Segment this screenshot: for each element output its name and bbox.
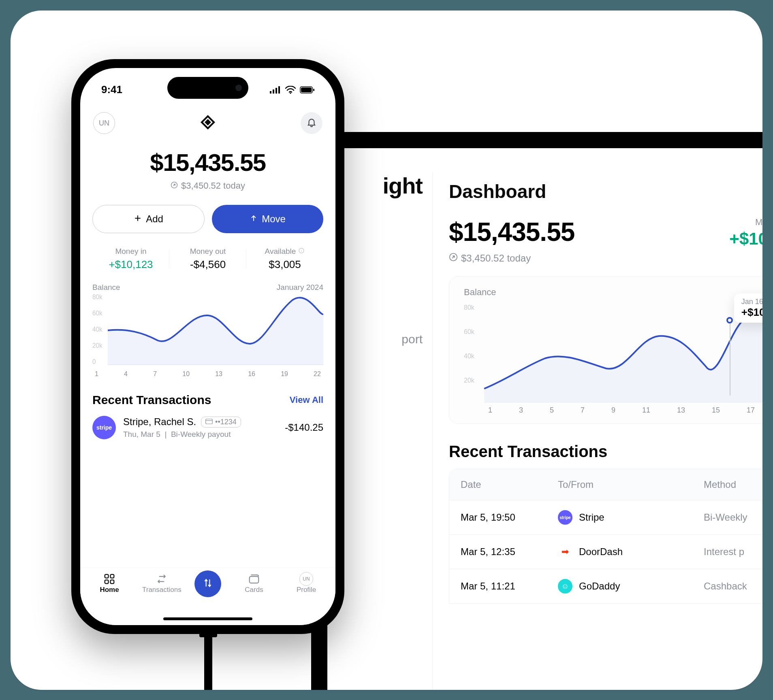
tx-date: Mar 5, 19:50: [461, 512, 558, 523]
tx-date: Mar 5, 11:21: [461, 581, 558, 592]
svg-text:0: 0: [92, 358, 96, 365]
chart-x-axis: 1 3 5 7 9 11 13 15 17 19: [464, 403, 762, 415]
svg-rect-11: [301, 87, 312, 92]
battery-icon: [300, 86, 314, 94]
notifications-button[interactable]: [301, 112, 322, 134]
view-all-link[interactable]: View All: [290, 395, 323, 405]
balance-today-text: $3,450.52 today: [461, 253, 531, 264]
page-title: Dashboard: [449, 181, 762, 202]
stripe-icon: stripe: [558, 510, 572, 525]
chart-point-marker: [726, 317, 733, 323]
tx-vendor-name: DoorDash: [579, 546, 623, 557]
move-button[interactable]: Move: [212, 205, 323, 233]
phone-cable: [204, 634, 212, 690]
godaddy-icon: ☺: [558, 579, 572, 594]
tab-bar: Home Transactions Cards UN Profile: [80, 568, 335, 625]
chart-period: January 2024: [277, 283, 323, 292]
balance-today-text: $3,450.52 today: [181, 181, 245, 191]
recent-transactions-title: Recent Transactions: [449, 443, 762, 461]
svg-text:40k: 40k: [92, 326, 102, 333]
metric-available: Available $3,005: [246, 247, 323, 271]
table-row[interactable]: Mar 5, 19:50 stripe Stripe Bi-Weekly: [449, 500, 762, 534]
tab-home[interactable]: Home: [90, 572, 129, 594]
tab-transactions[interactable]: Transactions: [142, 572, 181, 594]
svg-rect-7: [275, 88, 277, 94]
metric-money-out: Money out -$4,560: [169, 247, 246, 271]
open-icon: [171, 181, 178, 191]
col-date: Date: [461, 479, 558, 490]
tx-vendor-name: Stripe: [579, 512, 604, 523]
status-time: 9:41: [101, 83, 122, 96]
tab-label: Cards: [235, 586, 273, 594]
tx-date: Mar 5, 12:35: [461, 546, 558, 557]
grid-icon: [90, 572, 129, 586]
table-header: Date To/From Method: [449, 469, 762, 500]
svg-text:80k: 80k: [92, 294, 102, 300]
svg-point-9: [290, 92, 291, 94]
svg-rect-12: [313, 89, 314, 91]
chart-x-axis: 1 4 7 10 13 16 19 22: [92, 369, 323, 378]
metrics-row: Money in +$10,123 Money out -$4,560 Avai…: [92, 247, 323, 271]
add-button[interactable]: Add: [92, 205, 205, 233]
tab-label: Profile: [287, 586, 326, 594]
fab-move[interactable]: [194, 570, 221, 597]
money-in-summary: Money +$10,1: [729, 217, 762, 249]
plus-icon: [134, 213, 142, 225]
chart-title: Balance: [92, 283, 120, 292]
info-icon[interactable]: [298, 247, 305, 256]
chart-crosshair: [730, 323, 730, 396]
balance-amount: $15,435.55: [92, 149, 323, 177]
bell-icon: [306, 117, 317, 129]
tx-method: Bi-Weekly: [704, 512, 762, 523]
balance-chart: 80k 60k 40k 20k 0 1 4 7 10 13 16 19: [92, 292, 323, 378]
chart-tooltip: Jan 16 +$10,123: [734, 294, 762, 323]
svg-rect-24: [111, 574, 114, 578]
phone-screen: 9:41 UN: [80, 68, 335, 625]
tx-method: Cashback: [704, 581, 762, 592]
money-in-value: +$10,1: [729, 229, 762, 249]
tab-cards[interactable]: Cards: [235, 572, 273, 594]
col-method: Method: [704, 479, 762, 490]
tx-amount: -$140.25: [285, 422, 323, 433]
stripe-icon: stripe: [92, 416, 116, 439]
svg-rect-6: [273, 89, 274, 94]
avatar[interactable]: UN: [93, 112, 115, 134]
svg-rect-21: [206, 419, 213, 424]
svg-text:40k: 40k: [464, 353, 475, 360]
tx-method: Interest p: [704, 546, 762, 557]
tx-subtitle: Thu, Mar 5 | Bi-Weekly payout: [123, 430, 278, 439]
arrow-up-icon: [250, 213, 258, 225]
tablet-screen: ight port Dashboard $15,435.55 $3,450.52…: [327, 148, 762, 690]
avatar-small: UN: [299, 572, 313, 586]
open-icon: [449, 253, 458, 264]
transaction-row[interactable]: stripe Stripe, Rachel S. ••1234 Thu, Mar…: [92, 416, 323, 439]
svg-rect-27: [250, 577, 259, 583]
cellular-icon: [270, 86, 281, 94]
svg-rect-8: [278, 86, 280, 94]
metric-money-in: Money in +$10,123: [92, 247, 169, 271]
money-in-value: +$10,123: [92, 258, 169, 271]
showcase-card: ight port Dashboard $15,435.55 $3,450.52…: [11, 11, 762, 690]
table-row[interactable]: Mar 5, 11:21 ☺ GoDaddy Cashback: [449, 569, 762, 603]
transfer-icon: [142, 572, 181, 586]
tx-vendor-name: GoDaddy: [579, 581, 620, 592]
tab-profile[interactable]: UN Profile: [287, 572, 326, 594]
recent-transactions-title: Recent Transactions: [92, 393, 211, 407]
phone-device-frame: 9:41 UN: [71, 59, 344, 634]
money-in-label: Money: [729, 217, 762, 228]
tx-title: Stripe, Rachel S.: [123, 416, 196, 428]
table-row[interactable]: Mar 5, 12:35 ➟ DoorDash Interest p: [449, 534, 762, 569]
svg-text:20k: 20k: [92, 342, 102, 349]
card-icon: [205, 418, 213, 426]
tablet-device-frame: ight port Dashboard $15,435.55 $3,450.52…: [311, 132, 762, 690]
balance-amount: $15,435.55: [449, 217, 574, 247]
balance-chart-card: Balance 80k 60k 40k 20k Jan 16 +$10,12: [449, 276, 762, 424]
svg-text:60k: 60k: [92, 310, 102, 317]
tooltip-date: Jan 16: [741, 298, 762, 306]
move-button-label: Move: [262, 213, 286, 225]
transactions-table: Date To/From Method Mar 5, 19:50 stripe …: [449, 469, 762, 604]
available-value: $3,005: [246, 258, 323, 271]
svg-rect-5: [270, 91, 271, 94]
tab-label: Home: [90, 586, 129, 594]
svg-text:20k: 20k: [464, 377, 475, 384]
